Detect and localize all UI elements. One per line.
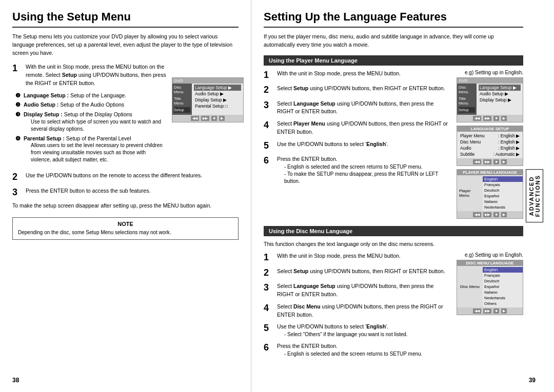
- main-setup-screen: DVD Disc Menu Title Menu Setup Language …: [454, 77, 523, 122]
- step-3: 3 Press the ENTER button to access the s…: [12, 187, 239, 198]
- dvd-main-screen: DVD Disc Menu Title Menu Setup Language …: [172, 73, 239, 168]
- step-1-content: With the unit in Stop mode, press the ME…: [26, 63, 167, 87]
- step-3-number: 3: [12, 187, 23, 198]
- section2-screens: e.g) Setting up in English. DISC MENU LA…: [454, 252, 523, 362]
- s1-step-1: 1 With the unit in Stop mode, press the …: [264, 70, 450, 81]
- section-disc-menu: Using the Disc Menu Language This functi…: [264, 226, 523, 362]
- left-intro: The Setup menu lets you customize your D…: [12, 33, 239, 57]
- left-page: Using the Setup Menu The Setup menu lets…: [0, 0, 251, 392]
- sidebar-functions-label: ADVANCEDFUNCTIONS: [526, 169, 543, 222]
- eg-text-2: e.g) Setting up in English.: [454, 252, 523, 258]
- lang-setup-screen: LANGUAGE SETUP Player Menu : English ▶ D…: [454, 126, 523, 166]
- s2-step-6: 6 Press the ENTER button. - English is s…: [264, 342, 450, 358]
- section1-screens: e.g) Setting up in English. DVD Disc Men…: [454, 70, 523, 222]
- bullet-list: ❶ Language Setup : Setup of the Language…: [15, 92, 167, 164]
- step-1: 1 With the unit in Stop mode, press the …: [12, 63, 167, 87]
- bullet-3: ❸ Display Setup : Setup of the Display O…: [15, 111, 167, 133]
- disc-menu-lang-screen: DISC MENU LANGUAGE Disc Menu English Fra…: [454, 260, 523, 315]
- s1-step-3: 3 Select Language Setup using UP/DOWN bu…: [264, 100, 450, 116]
- s2-step-3: 3 Select Language Setup using UP/DOWN bu…: [264, 282, 450, 299]
- right-intro: If you set the player menu, disc menu, a…: [264, 33, 523, 49]
- section2-content: 1 With the unit in Stop mode, press the …: [264, 252, 523, 362]
- s1-step-4: 4 Select Player Menu using UP/DOWN butto…: [264, 120, 450, 136]
- step-1-number: 1: [12, 63, 23, 87]
- note-box: NOTE Depending on the disc, some Setup M…: [12, 217, 239, 240]
- s2-step-5: 5 Use the UP/DOWN buttons to select 'Eng…: [264, 323, 450, 338]
- player-menu-lang-screen: PLAYER MENU LANGUAGE Player Menu English…: [454, 169, 523, 219]
- left-title: Using the Setup Menu: [12, 10, 239, 28]
- right-sidebar: ADVANCEDFUNCTIONS: [527, 10, 542, 382]
- section1-steps: 1 With the unit in Stop mode, press the …: [264, 70, 450, 222]
- right-page: Setting Up the Language Features If you …: [251, 0, 554, 392]
- step-2-number: 2: [12, 172, 23, 183]
- eg-text-1: e.g) Setting up in English.: [454, 70, 523, 75]
- step-2: 2 Use the UP/DOWN buttons on the remote …: [12, 172, 239, 183]
- s1-step-6: 6 Press the ENTER button. - English is s…: [264, 155, 450, 185]
- s1-step-2: 2 Select Setup using UP/DOWN buttons, th…: [264, 85, 450, 96]
- step-2-content: Use the UP/DOWN buttons on the remote to…: [26, 172, 239, 183]
- note-title: NOTE: [18, 221, 233, 227]
- section2-header: Using the Disc Menu Language: [264, 226, 523, 236]
- bullet-1: ❶ Language Setup : Setup of the Language…: [15, 92, 167, 99]
- s1-step-5: 5 Use the UP/DOWN buttons to select 'Eng…: [264, 140, 450, 152]
- section-player-menu: Using the Player Menu Language 1 With th…: [264, 55, 523, 222]
- s2-step-4: 4 Select Disc Menu using UP/DOWN buttons…: [264, 303, 450, 319]
- section2-steps: 1 With the unit in Stop mode, press the …: [264, 252, 450, 362]
- right-main-content: Setting Up the Language Features If you …: [264, 10, 527, 382]
- bullet-2: ❷ Audio Setup : Setup of the Audio Optio…: [15, 101, 167, 109]
- note-text: Depending on the disc, some Setup Menu s…: [18, 229, 233, 236]
- bullet-4: ❹ Parental Setup : Setup of the Parental…: [15, 135, 167, 164]
- right-title: Setting Up the Language Features: [264, 10, 523, 28]
- page-number-right: 39: [529, 377, 536, 384]
- section2-intro: This function changes the text language …: [264, 240, 523, 249]
- step-3-content: Press the ENTER button to access the sub…: [26, 187, 239, 198]
- page-number-left: 38: [12, 377, 19, 384]
- section1-header: Using the Player Menu Language: [264, 55, 523, 66]
- footer-text: To make the setup screen disappear after…: [12, 202, 239, 210]
- s2-step-2: 2 Select Setup using UP/DOWN buttons, th…: [264, 267, 450, 279]
- s2-step-1: 1 With the unit in Stop mode, press the …: [264, 252, 450, 263]
- section1-content: 1 With the unit in Stop mode, press the …: [264, 70, 523, 222]
